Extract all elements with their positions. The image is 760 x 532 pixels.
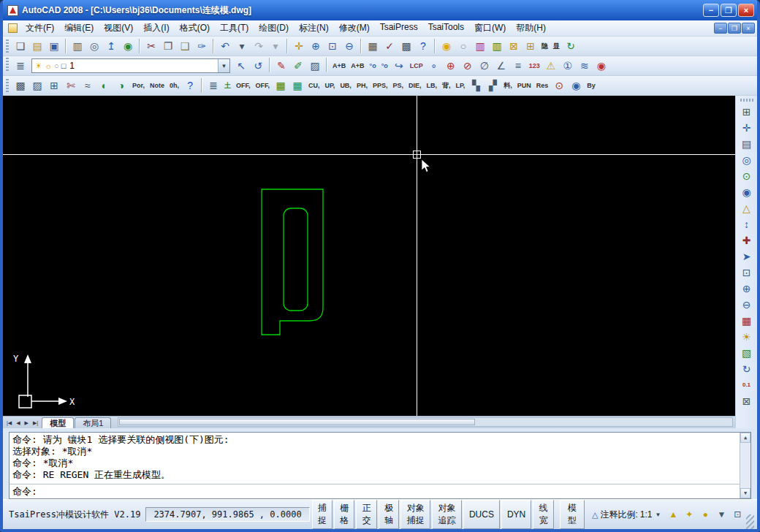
named-views-icon[interactable]: ▤ xyxy=(738,136,756,151)
pan-realtime-icon[interactable]: ✛ xyxy=(291,38,307,54)
light-bulb-off-icon[interactable]: ○ xyxy=(455,38,471,54)
maximize-viewport-icon[interactable]: ⊞ xyxy=(738,104,756,119)
menu-tsaitools[interactable]: TsaiTools xyxy=(423,20,469,36)
dyn-toggle[interactable]: DYN xyxy=(501,500,531,529)
layer-previous-icon[interactable]: ↺ xyxy=(250,58,266,74)
align-icon[interactable]: ⊞ xyxy=(46,77,62,94)
fly-icon[interactable]: ➤ xyxy=(738,248,756,264)
render-icon[interactable]: ▦ xyxy=(738,313,756,328)
command-input[interactable]: 命令: xyxy=(10,484,740,498)
horizontal-scrollbar[interactable] xyxy=(118,417,733,427)
ducs-toggle[interactable]: DUCS xyxy=(463,500,500,529)
mdi-close-button[interactable]: × xyxy=(742,23,755,34)
no-plot-icon[interactable]: ⊘ xyxy=(460,58,476,74)
toolbar-lock-icon[interactable]: ● xyxy=(699,508,712,521)
zoom-window-rail-icon[interactable]: ⊡ xyxy=(738,265,756,280)
lock-layer-icon[interactable]: ⊠ xyxy=(506,38,522,54)
restore-button[interactable]: ❐ xyxy=(721,4,737,17)
block-pair-2-icon[interactable]: ▞ xyxy=(484,77,501,94)
walk-icon[interactable]: ✚ xyxy=(738,232,756,248)
layer-group-icon[interactable]: ≣ xyxy=(205,77,221,94)
back-button[interactable]: 背, xyxy=(440,77,453,94)
zoom-previous-icon[interactable]: ⊖ xyxy=(341,38,357,54)
show-objects-button[interactable]: 显 xyxy=(551,38,562,54)
half-right-icon[interactable]: ◑ xyxy=(113,77,129,94)
cu-button[interactable]: CU, xyxy=(306,77,322,94)
soil-tool-button[interactable]: 土 xyxy=(222,77,233,94)
pps-button[interactable]: PPS, xyxy=(370,77,390,94)
model-space-button[interactable]: 模型 xyxy=(560,500,585,529)
publish-icon[interactable]: ↥ xyxy=(103,38,119,54)
off-1-button[interactable]: OFF, xyxy=(234,77,253,94)
undo-icon[interactable]: ↶ xyxy=(217,38,233,54)
green-grid-1-icon[interactable]: ▦ xyxy=(273,77,289,94)
free-orbit-icon[interactable]: ⊙ xyxy=(738,168,756,183)
drawing-canvas[interactable]: Y X xyxy=(3,96,735,416)
up-button[interactable]: UP, xyxy=(323,77,338,94)
menu-dimension[interactable]: 标注(N) xyxy=(294,20,334,36)
light-bulb-on-icon[interactable]: ◉ xyxy=(438,38,455,54)
lp-button[interactable]: LP, xyxy=(453,77,467,94)
help-icon[interactable]: ? xyxy=(415,38,431,54)
circled-one-icon[interactable]: ① xyxy=(560,58,576,74)
plot-preview-icon[interactable]: ◎ xyxy=(86,38,102,54)
unlock-layer-icon[interactable]: ⊞ xyxy=(522,38,539,54)
redo-dropdown-icon[interactable]: ▾ xyxy=(267,38,284,54)
lwt-toggle[interactable]: 线宽 xyxy=(533,500,553,529)
ph-button[interactable]: PH, xyxy=(354,77,370,94)
plot-disable-icon[interactable]: ▥ xyxy=(489,38,505,54)
tab-prev-button[interactable]: ◀ xyxy=(15,417,21,428)
zoom-realtime-icon[interactable]: ⊕ xyxy=(308,38,324,54)
target-icon[interactable]: ⊙ xyxy=(551,77,567,94)
mdi-minimize-button[interactable]: − xyxy=(714,23,727,34)
menu-edit[interactable]: 编辑(E) xyxy=(59,20,99,36)
node-tool-icon[interactable]: ∘ xyxy=(426,58,442,74)
zoom-previous-rail-icon[interactable]: ⊖ xyxy=(738,297,756,312)
leader-arrow-icon[interactable]: ↪ xyxy=(391,58,407,74)
die-button[interactable]: DIE, xyxy=(406,77,424,94)
circle-mark-2-icon[interactable]: °o xyxy=(379,58,390,74)
swivel-icon[interactable]: △ xyxy=(738,200,756,216)
resize-grip[interactable] xyxy=(746,514,754,529)
plot-icon[interactable]: ▥ xyxy=(69,38,86,54)
new-file-icon[interactable]: ❏ xyxy=(12,38,28,54)
ps-button[interactable]: PS, xyxy=(390,77,406,94)
paint-tool-icon[interactable]: ✐ xyxy=(290,58,306,74)
annotation-scale-control[interactable]: △ 注释比例: 1:1 ▼ xyxy=(589,509,664,521)
close-button[interactable]: × xyxy=(738,4,754,17)
red-dot-tool-icon[interactable]: ◉ xyxy=(593,58,609,74)
circle-mark-icon[interactable]: °o xyxy=(368,58,379,74)
diameter-tool-icon[interactable]: ∅ xyxy=(476,58,493,74)
open-file-icon[interactable]: ▤ xyxy=(29,38,45,54)
scroll-up-button[interactable]: ▲ xyxy=(740,433,750,443)
oh-tool-button[interactable]: 0h, xyxy=(167,77,181,94)
cut-icon[interactable]: ✂ xyxy=(143,38,159,54)
sheet-set-manager-icon[interactable]: ▦ xyxy=(365,38,381,54)
pan-arrows-icon[interactable]: ✛ xyxy=(738,120,756,135)
layer-dropdown-arrow-icon[interactable]: ▼ xyxy=(218,59,229,72)
osnap-toggle[interactable]: 对象捕捉 xyxy=(400,500,430,529)
ub-button[interactable]: UB, xyxy=(338,77,354,94)
layer-properties-icon[interactable]: ≣ xyxy=(12,58,28,74)
make-object-layer-current-icon[interactable]: ↖ xyxy=(233,58,249,74)
menu-file[interactable]: 文件(F) xyxy=(20,20,59,36)
erase-duplicates-icon[interactable]: ✎ xyxy=(273,58,289,74)
materials-icon[interactable]: ▧ xyxy=(738,345,756,360)
equal-spacing-icon[interactable]: ≡ xyxy=(510,58,526,74)
status-menu-icon[interactable]: ▼ xyxy=(715,508,728,521)
add-point-icon[interactable]: ⊕ xyxy=(443,58,459,74)
continuous-orbit-icon[interactable]: ◉ xyxy=(738,184,756,200)
adjust-distance-icon[interactable]: ↕ xyxy=(738,216,756,232)
help-2-icon[interactable]: ? xyxy=(182,77,198,94)
title-bar[interactable]: AutoCAD 2008 - [C:\Users\bj36\Documents\… xyxy=(3,0,757,20)
angle-tool-icon[interactable]: ∠ xyxy=(493,58,509,74)
mdi-restore-button[interactable]: ❐ xyxy=(728,23,741,34)
menu-tools[interactable]: 工具(T) xyxy=(215,20,254,36)
layer-dropdown[interactable]: ☀☼○□ 1 ▼ xyxy=(31,58,230,73)
half-left-icon[interactable]: ◐ xyxy=(96,77,113,94)
menu-format[interactable]: 格式(O) xyxy=(175,20,215,36)
copy-icon[interactable]: ❐ xyxy=(160,38,176,54)
layout1-tab[interactable]: 布局1 xyxy=(75,417,111,428)
menu-tsaipress[interactable]: TsaiPress xyxy=(375,20,423,36)
ortho-toggle[interactable]: 正交 xyxy=(356,500,376,529)
